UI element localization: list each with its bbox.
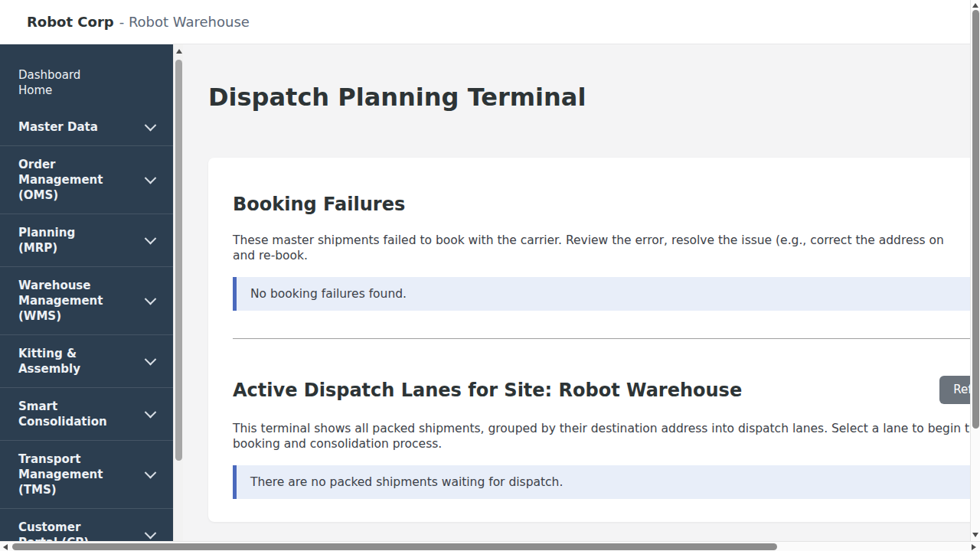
sidebar-item-label: Warehouse Management (WMS) <box>18 278 118 324</box>
sidebar-scrollbar[interactable] <box>173 44 183 541</box>
sidebar-item-label: Kitting & Assembly <box>18 346 118 377</box>
alert-text: There are no packed shipments waiting fo… <box>250 475 563 489</box>
sidebar-item-warehouse-management[interactable]: Warehouse Management (WMS) <box>0 267 173 335</box>
scroll-left-arrow-icon[interactable] <box>3 544 8 550</box>
chevron-down-icon <box>145 119 157 131</box>
chevron-down-icon <box>145 353 157 365</box>
booking-failures-heading: Booking Failures <box>233 193 980 216</box>
horizontal-scrollbar-thumb[interactable] <box>12 543 777 550</box>
section-divider <box>233 338 980 339</box>
sidebar-item-label: Dashboard Home <box>18 67 118 98</box>
sidebar-scrollbar-thumb[interactable] <box>175 60 182 461</box>
sidebar-item-transport-management[interactable]: Transport Management (TMS) <box>0 441 173 509</box>
vertical-scrollbar[interactable] <box>970 0 980 541</box>
booking-failures-alert: No booking failures found. <box>233 277 980 311</box>
sidebar: Dashboard Home Master Data Order Managem… <box>0 44 173 541</box>
dispatch-lanes-alert: There are no packed shipments waiting fo… <box>233 465 980 499</box>
app-window: Robot Corp - Robot Warehouse Dashboard H… <box>0 0 980 551</box>
sidebar-item-customer-portal[interactable]: Customer Portal (CP) <box>0 509 173 541</box>
brand-name: Robot Corp <box>27 14 114 30</box>
sidebar-item-master-data[interactable]: Master Data <box>0 109 173 146</box>
chevron-down-icon <box>145 292 157 305</box>
sidebar-item-order-management[interactable]: Order Management (OMS) <box>0 146 173 214</box>
main-content: Dispatch Planning Terminal Booking Failu… <box>183 44 970 541</box>
scroll-up-arrow-icon[interactable] <box>176 49 182 54</box>
scroll-up-arrow-icon[interactable] <box>972 3 978 8</box>
sidebar-item-smart-consolidation[interactable]: Smart Consolidation <box>0 388 173 441</box>
page-title: Dispatch Planning Terminal <box>208 83 970 112</box>
sidebar-item-dashboard-home[interactable]: Dashboard Home <box>0 57 173 109</box>
sidebar-item-label: Transport Management (TMS) <box>18 452 118 497</box>
booking-failures-description: These master shipments failed to book wi… <box>233 233 980 263</box>
chevron-down-icon <box>145 466 157 478</box>
chevron-down-icon <box>145 171 157 184</box>
sidebar-item-planning-mrp[interactable]: Planning (MRP) <box>0 214 173 267</box>
chevron-down-icon <box>145 406 157 418</box>
sidebar-item-label: Planning (MRP) <box>18 225 118 256</box>
dispatch-card: Booking Failures These master shipments … <box>208 158 980 522</box>
dispatch-lanes-description: This terminal shows all packed shipments… <box>233 421 980 452</box>
sidebar-item-label: Smart Consolidation <box>18 399 118 429</box>
scroll-right-arrow-icon[interactable] <box>972 544 976 550</box>
vertical-scrollbar-thumb[interactable] <box>972 10 979 429</box>
scroll-down-arrow-icon[interactable] <box>972 533 978 537</box>
site-subtitle: - Robot Warehouse <box>119 14 250 30</box>
sidebar-item-label: Master Data <box>18 119 98 135</box>
dispatch-lanes-header-row: Active Dispatch Lanes for Site: Robot Wa… <box>233 376 980 404</box>
sidebar-item-label: Order Management (OMS) <box>18 157 118 203</box>
sidebar-item-kitting-assembly[interactable]: Kitting & Assembly <box>0 335 173 388</box>
sidebar-menu: Dashboard Home Master Data Order Managem… <box>0 44 173 541</box>
chevron-down-icon <box>145 232 157 244</box>
dispatch-lanes-heading: Active Dispatch Lanes for Site: Robot Wa… <box>233 379 742 402</box>
chevron-down-icon <box>145 527 157 539</box>
horizontal-scrollbar[interactable] <box>0 541 980 551</box>
alert-text: No booking failures found. <box>250 287 407 301</box>
app-header: Robot Corp - Robot Warehouse <box>0 0 980 44</box>
sidebar-item-label: Customer Portal (CP) <box>18 520 118 541</box>
